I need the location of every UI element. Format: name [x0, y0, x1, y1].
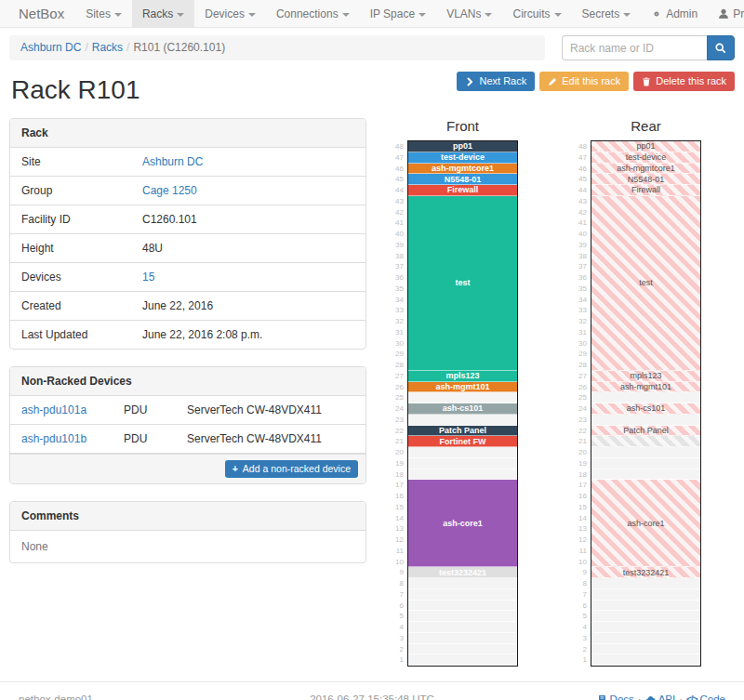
attr-value: Ashburn DC	[131, 148, 214, 176]
page-footer: netbox-demo01 2016-06-27 15:35:48 UTC Do…	[0, 681, 744, 700]
unit-number: 23	[576, 415, 591, 426]
rack-unit-empty-u23	[591, 415, 700, 426]
unit-number: 42	[576, 207, 591, 218]
attr-value-link[interactable]: Ashburn DC	[142, 155, 203, 168]
nav-item-label: IP Space	[370, 7, 415, 20]
device-link[interactable]: ash-pdu101a	[21, 403, 86, 416]
rack-unit-test-device-u47[interactable]: test-device	[408, 152, 517, 164]
rack-unit-ash-mgmt101-u26[interactable]: ash-mgmt101	[408, 382, 517, 393]
rack-unit-test-u43[interactable]: test	[591, 196, 700, 371]
rack-unit-mpls123-u27[interactable]: mpls123	[591, 371, 700, 382]
rack-unit-test3232421-u9[interactable]: test3232421	[408, 567, 517, 578]
rack-unit-mpls123-u27[interactable]: mpls123	[408, 371, 517, 382]
chevron-down-icon	[177, 13, 184, 17]
rack-unit-n5548-01-u45[interactable]: N5548-01	[408, 174, 517, 185]
nav-item-label: Secrets	[582, 7, 620, 20]
footer-link-api[interactable]: API	[645, 693, 676, 700]
rack-unit-ash-mgmtcore1-u46[interactable]: ash-mgmtcore1	[591, 164, 700, 175]
rack-unit-test-u43[interactable]: test	[408, 196, 517, 371]
rack-unit-ash-core1-u17[interactable]: ash-core1	[408, 480, 517, 567]
unit-number: 34	[392, 295, 407, 306]
gear-icon	[651, 8, 662, 20]
unit-number: 41	[576, 218, 591, 229]
brand-netbox[interactable]: NetBox	[7, 0, 75, 27]
unit-number: 26	[576, 382, 591, 393]
device-link[interactable]: ash-pdu101b	[21, 432, 86, 445]
rack-unit-ash-core1-u17[interactable]: ash-core1	[591, 480, 700, 567]
nav-item-label: Profile	[733, 0, 744, 28]
delete-rack-button[interactable]: Delete this rack	[633, 72, 735, 91]
footer-link-label: API	[658, 693, 676, 700]
rack-unit-ash-cs101-u24[interactable]: ash-cs101	[591, 403, 700, 415]
unit-number: 33	[392, 305, 407, 316]
unit-number: 7	[576, 589, 591, 601]
delete-rack-label: Delete this rack	[656, 75, 726, 87]
chevron-down-icon	[623, 13, 631, 17]
attr-value-link[interactable]: 15	[142, 271, 154, 284]
unit-number: 27	[392, 371, 407, 382]
unit-number: 25	[576, 392, 591, 403]
rack-unit-pp01-u48[interactable]: pp01	[408, 141, 517, 152]
unit-number: 43	[392, 196, 407, 207]
unit-number: 26	[392, 382, 407, 393]
rack-unit-test3232421-u9[interactable]: test3232421	[591, 567, 700, 578]
device-row-ash-pdu101b: ash-pdu101bPDUServerTech CW-48VDX411	[10, 425, 365, 454]
nav-item-profile[interactable]: Profile	[708, 0, 744, 27]
nav-item-sites[interactable]: Sites	[75, 0, 132, 27]
nav-item-racks[interactable]: Racks	[132, 0, 194, 27]
rack-unit-test-device-u47[interactable]: test-device	[591, 152, 700, 164]
add-nonracked-device-button[interactable]: + Add a non-racked device	[225, 460, 358, 478]
nav-item-secrets[interactable]: Secrets	[572, 0, 642, 27]
search-button[interactable]	[707, 35, 735, 60]
unit-number: 8	[392, 578, 407, 589]
nav-items: SitesRacksDevicesConnectionsIP SpaceVLAN…	[75, 0, 641, 27]
nav-item-vlans[interactable]: VLANs	[436, 0, 502, 27]
main-container: Ashburn DC/Racks/R101 (C1260.101) Rack R…	[0, 28, 744, 667]
next-rack-button[interactable]: Next Rack	[457, 72, 535, 91]
breadcrumb-item-racks[interactable]: Racks	[92, 41, 123, 54]
unit-number: 25	[392, 392, 407, 403]
front-elevation-group: Front 4847464544434241403938373635343332…	[392, 118, 518, 667]
rack-unit-fortinet-fw-u21[interactable]: Fortinet FW	[408, 436, 517, 447]
rack-unit-firewall-u44[interactable]: Firewall	[408, 185, 517, 196]
rack-unit-firewall-u44[interactable]: Firewall	[591, 185, 700, 196]
nav-item-admin[interactable]: Admin	[641, 0, 708, 27]
unit-number: 15	[392, 502, 407, 513]
unit-number: 47	[576, 152, 591, 164]
rack-unit-n5548-01-u45[interactable]: N5548-01	[591, 174, 700, 185]
chevron-down-icon	[248, 13, 256, 17]
unit-number: 13	[576, 523, 591, 535]
unit-number: 2	[392, 644, 407, 655]
rack-elevations: Front 4847464544434241403938373635343332…	[392, 118, 701, 667]
footer-link-docs[interactable]: Docs	[597, 693, 634, 700]
rack-unit-empty-u18	[591, 469, 700, 481]
front-elevation-title: Front	[407, 118, 518, 140]
rack-unit-label: Patch Panel	[623, 426, 669, 435]
user-icon	[718, 8, 729, 20]
rack-unit-ash-mgmt101-u26[interactable]: ash-mgmt101	[591, 382, 700, 393]
rack-unit-label: ash-core1	[443, 519, 483, 528]
rack-unit-pp01-u48[interactable]: pp01	[591, 141, 700, 152]
edit-rack-button[interactable]: Edit this rack	[539, 72, 629, 91]
rack-unit-empty-u6	[591, 601, 700, 612]
unit-number: 22	[576, 426, 591, 437]
nav-item-ip-space[interactable]: IP Space	[360, 0, 436, 27]
attr-value: 48U	[131, 234, 174, 262]
nonracked-panel-footer: + Add a non-racked device	[10, 454, 365, 483]
chevron-right-icon	[465, 77, 474, 86]
breadcrumb-item-ashburn-dc[interactable]: Ashburn DC	[20, 41, 81, 54]
nav-item-circuits[interactable]: Circuits	[502, 0, 571, 27]
rack-unit-ash-mgmtcore1-u46[interactable]: ash-mgmtcore1	[408, 164, 517, 175]
rack-unit-empty-u6	[408, 601, 517, 612]
unit-number: 18	[576, 469, 591, 481]
rack-unit-patch-panel-u22[interactable]: Patch Panel	[591, 426, 700, 437]
rack-unit-patch-panel-u22[interactable]: Patch Panel	[408, 426, 517, 437]
nav-item-connections[interactable]: Connections	[266, 0, 360, 27]
rack-attr-row-devices: Devices15	[10, 263, 365, 292]
comments-panel-title: Comments	[10, 502, 365, 531]
rack-unit-ash-cs101-u24[interactable]: ash-cs101	[408, 403, 517, 415]
footer-link-code[interactable]: </>Code	[686, 693, 725, 700]
attr-value-link[interactable]: Cage 1250	[142, 184, 197, 197]
search-input[interactable]	[562, 35, 707, 60]
nav-item-devices[interactable]: Devices	[194, 0, 266, 27]
